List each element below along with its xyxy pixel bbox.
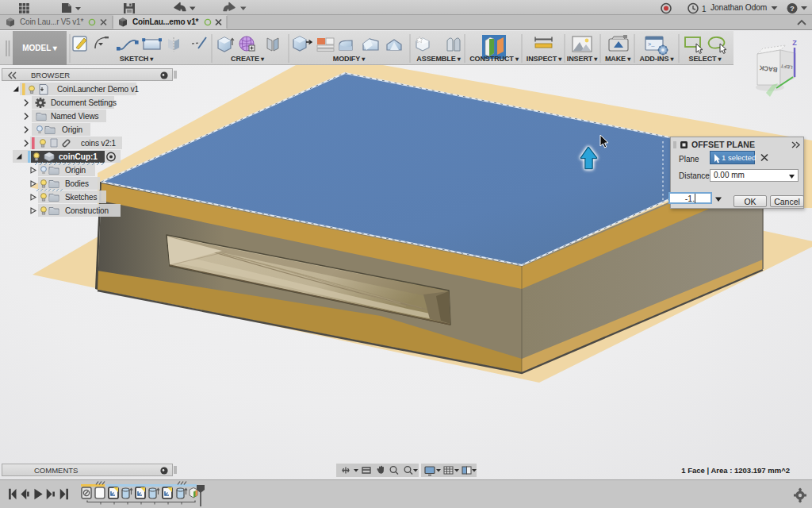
svg-text:Z: Z: [792, 39, 797, 47]
svg-text:?: ?: [790, 5, 795, 13]
svg-text:>_: >_: [648, 41, 655, 48]
svg-text:1: 1: [702, 5, 707, 13]
